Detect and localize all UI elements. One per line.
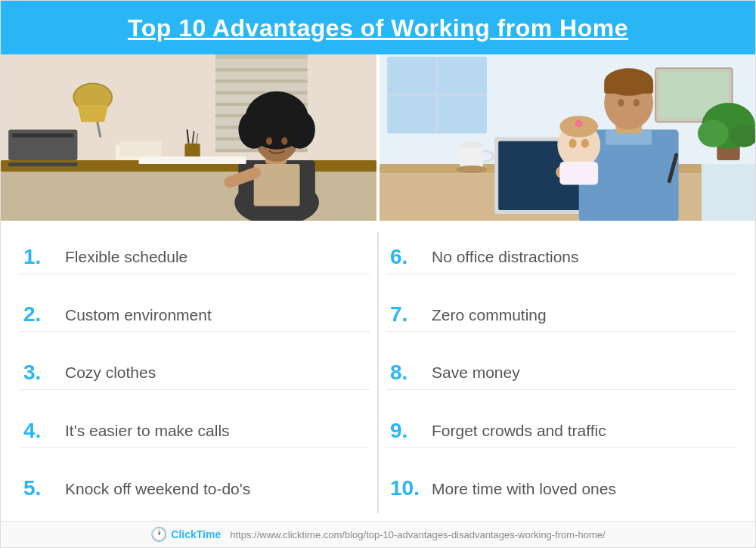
left-list-item-1: 1. Flexible schedule [20, 240, 370, 274]
page-title: Top 10 Advantages of Working from Home [16, 14, 740, 42]
header-section: Top 10 Advantages of Working from Home [1, 1, 755, 54]
right-list-item-9: 9. Forget crowds and traffic [386, 414, 736, 448]
svg-rect-4 [215, 69, 308, 72]
svg-point-32 [238, 111, 269, 150]
footer-section: 🕐 ClickTime https://www.clicktime.com/bl… [1, 521, 755, 547]
image-left-placeholder [1, 54, 376, 221]
left-list-item-3: 3. Cozy clothes [20, 356, 370, 390]
item-number-2: 2. [23, 304, 65, 325]
svg-rect-16 [1, 172, 376, 221]
left-list-item-2: 2. Custom environment [20, 298, 370, 332]
main-container: Top 10 Advantages of Working from Home [0, 0, 756, 548]
right-scene-svg [380, 54, 755, 221]
footer-logo: 🕐 ClickTime [150, 526, 221, 543]
svg-point-47 [698, 120, 729, 148]
svg-rect-6 [215, 91, 308, 94]
item-text-3: Cozy clothes [65, 363, 156, 382]
image-right [380, 54, 755, 221]
left-list-item-4: 4. It's easier to make calls [20, 414, 370, 448]
svg-point-62 [618, 99, 624, 107]
item-number-9: 9. [390, 420, 432, 441]
item-number-4: 4. [23, 420, 65, 441]
footer-logo-text: ClickTime [171, 528, 221, 540]
svg-point-63 [634, 99, 640, 107]
left-list-column: 1. Flexible schedule 2. Custom environme… [12, 228, 377, 517]
image-right-placeholder [380, 54, 755, 221]
item-text-4: It's easier to make calls [65, 421, 230, 440]
svg-marker-14 [77, 105, 108, 122]
svg-rect-28 [254, 165, 300, 207]
right-list-item-6: 6. No office distractions [386, 240, 736, 274]
svg-rect-61 [604, 82, 653, 94]
right-list-item-7: 7. Zero commuting [386, 298, 736, 332]
image-row [1, 54, 755, 221]
item-text-6: No office distractions [432, 247, 579, 266]
list-section: 1. Flexible schedule 2. Custom environme… [1, 221, 755, 521]
item-number-3: 3. [23, 362, 65, 383]
svg-point-35 [281, 138, 287, 145]
item-number-1: 1. [23, 246, 65, 268]
left-list-item-5: 5. Knock off weekend to-do's [20, 472, 370, 505]
item-text-7: Zero commuting [432, 305, 547, 324]
svg-rect-5 [215, 80, 308, 83]
item-text-9: Forget crowds and traffic [432, 421, 606, 440]
item-number-7: 7. [390, 304, 432, 325]
svg-rect-71 [559, 162, 598, 184]
svg-rect-19 [8, 163, 77, 166]
svg-rect-3 [215, 54, 308, 60]
item-number-6: 6. [390, 246, 432, 268]
footer-url: https://www.clicktime.com/blog/top-10-ad… [230, 529, 605, 540]
svg-rect-21 [119, 141, 162, 156]
svg-point-33 [284, 111, 315, 150]
clicktime-logo-icon: 🕐 [150, 526, 167, 543]
svg-point-69 [581, 139, 589, 148]
item-number-5: 5. [23, 478, 65, 499]
image-left [1, 54, 376, 221]
item-number-8: 8. [390, 362, 432, 383]
right-list-column: 6. No office distractions 7. Zero commut… [379, 228, 744, 517]
item-number-10: 10. [390, 478, 432, 499]
item-text-2: Custom environment [65, 305, 212, 324]
item-text-5: Knock off weekend to-do's [65, 479, 250, 498]
svg-point-55 [456, 166, 487, 174]
right-list-item-8: 8. Save money [386, 356, 736, 390]
svg-point-34 [266, 138, 272, 145]
right-list-item-10: 10. More time with loved ones [386, 472, 736, 505]
item-text-10: More time with loved ones [432, 479, 616, 498]
svg-point-68 [569, 139, 577, 148]
item-text-8: Save money [432, 363, 520, 382]
svg-rect-37 [139, 156, 246, 164]
left-scene-svg [1, 54, 376, 221]
svg-point-54 [460, 142, 483, 148]
svg-rect-18 [12, 134, 73, 138]
item-text-1: Flexible schedule [65, 247, 187, 266]
svg-point-70 [575, 120, 583, 128]
